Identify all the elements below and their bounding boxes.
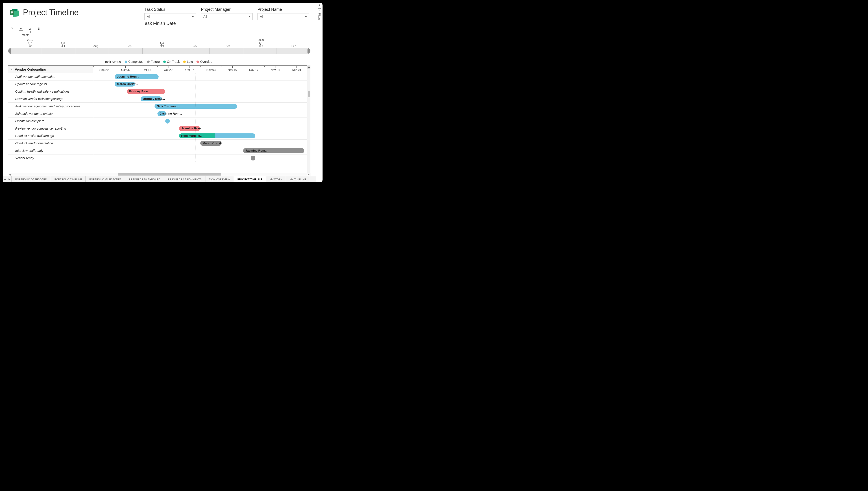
gantt-bar[interactable]: Jasmine Rom... — [179, 126, 200, 131]
page-title: Project Timeline — [23, 8, 79, 17]
gantt-bar-row: Brittney Beac... — [93, 88, 307, 95]
gantt-bar[interactable]: Marco Christ... — [200, 141, 222, 146]
gantt-bar[interactable]: Marco Christ... — [115, 82, 135, 87]
gantt-bar-row: Jasmine Rom... — [93, 73, 307, 81]
slicer-dropdown[interactable]: All — [144, 13, 196, 20]
task-row[interactable]: Schedule vendor orientation — [8, 110, 93, 117]
gantt-bar[interactable]: Rosemarie M... — [179, 134, 255, 138]
gantt-bar[interactable] — [251, 155, 255, 161]
legend-item-completed[interactable]: Completed — [125, 60, 144, 63]
slicer-dropdown[interactable]: All — [257, 13, 309, 20]
gantt-bar[interactable]: Jasmine Rom... — [243, 148, 304, 153]
gantt-bar-row: Marco Christ... — [93, 140, 307, 147]
task-row[interactable]: Audit vendor staff orientation — [8, 73, 93, 81]
range-handle-left[interactable] — [8, 48, 11, 54]
legend-item-future[interactable]: Future — [147, 60, 160, 63]
granularity-option-d[interactable]: D — [37, 27, 41, 31]
time-granularity-selector[interactable]: YMWD Month — [10, 27, 41, 36]
gantt-bar-row: Nick Trudeau,... — [93, 103, 307, 110]
gantt-bar-row: Jasmine Rom... — [93, 147, 307, 154]
gantt-bar[interactable]: Jasmine Rom... — [158, 111, 166, 116]
task-row[interactable]: Interview staff ready — [8, 147, 93, 154]
tab-my-work[interactable]: MY WORK — [266, 176, 286, 182]
tab-resource-assignments[interactable]: RESOURCE ASSIGNMENTS — [164, 176, 205, 182]
collapse-icon[interactable] — [10, 68, 13, 71]
tab-portfolio-dashboard[interactable]: PORTFOLIO DASHBOARD — [12, 176, 51, 182]
slicer-task-status: Task Status All — [144, 7, 196, 20]
granularity-option-w[interactable]: W — [28, 27, 32, 31]
gantt-bar-row: Brittney Beac... — [93, 95, 307, 103]
task-row[interactable]: Review vendor compliance reporting — [8, 125, 93, 132]
gantt-bar[interactable]: Brittney Beac... — [127, 89, 166, 94]
granularity-option-m[interactable]: M — [19, 27, 23, 31]
gantt-bar[interactable]: Nick Trudeau,... — [155, 104, 237, 109]
tab-resource-dashboard[interactable]: RESOURCE DASHBOARD — [125, 176, 164, 182]
task-row[interactable]: Audit vendor equipment and safety proced… — [8, 103, 93, 110]
gantt-bar-row: Rosemarie M... — [93, 132, 307, 140]
tab-project-timeline[interactable]: PROJECT TIMELINE — [234, 176, 266, 182]
legend: Task Status CompletedFutureOn TrackLateO… — [3, 60, 316, 64]
gantt-bar-row — [93, 117, 307, 125]
legend-item-overdue[interactable]: Overdue — [196, 60, 212, 63]
range-handle-right[interactable] — [308, 48, 310, 54]
gantt-bar-row: Marco Christ... — [93, 81, 307, 88]
tab-portfolio-milestones[interactable]: PORTFOLIO MILESTONES — [86, 176, 125, 182]
expand-filters-icon[interactable] — [319, 4, 320, 6]
project-logo-icon: P — [9, 7, 20, 18]
gantt-group-header[interactable]: Vendor Onboarding — [8, 66, 93, 73]
task-row[interactable]: Orientation complete — [8, 117, 93, 125]
granularity-option-y[interactable]: Y — [10, 27, 15, 31]
chevron-down-icon — [248, 16, 251, 17]
slicer-project-name: Project Name All — [257, 7, 309, 20]
legend-item-on-track[interactable]: On Track — [163, 60, 180, 63]
chevron-down-icon — [192, 16, 194, 17]
slicer-dropdown[interactable]: All — [201, 13, 253, 20]
report-header: P Project Timeline — [9, 7, 79, 18]
time-range-scroller[interactable]: 20192020Q2Q3Q4Q1JunJulAugSepOctNovDecJan… — [8, 38, 310, 54]
tab-task-overview[interactable]: TASK OVERVIEW — [205, 176, 234, 182]
gantt-bar[interactable]: Jasmine Rom... — [115, 74, 159, 79]
task-row[interactable]: Vendor ready — [8, 154, 93, 162]
tab-nav-prev[interactable]: ◀ — [3, 176, 7, 182]
gantt-bar[interactable] — [165, 119, 170, 123]
task-row[interactable]: Confirm health and safety certifications — [8, 88, 93, 95]
legend-item-late[interactable]: Late — [183, 60, 193, 63]
tab-nav-next[interactable]: ▶ — [7, 176, 12, 182]
tab-my-timeline[interactable]: MY TIMELINE — [286, 176, 310, 182]
task-row[interactable]: Update vendor register — [8, 81, 93, 88]
task-row[interactable]: Conduct onsite walkthrough — [8, 132, 93, 140]
slicer-project-manager: Project Manager All — [201, 7, 253, 20]
tab-portfolio-timeline[interactable]: PORTFOLIO TIMELINE — [51, 176, 86, 182]
filters-panel-collapsed[interactable]: Filters — [316, 3, 323, 182]
gantt-date-header: Sep 29Oct 06Oct 13Oct 20Oct 27Nov 03Nov … — [93, 66, 307, 73]
gantt-bar[interactable]: Brittney Beac... — [141, 96, 162, 102]
chevron-down-icon — [305, 16, 307, 17]
gantt-horizontal-scrollbar[interactable]: ◀ ▶ — [8, 173, 310, 176]
gantt-bar-row: Jasmine Rom... — [93, 110, 307, 117]
gantt-bar-row: Jasmine Rom... — [93, 125, 307, 132]
task-row[interactable]: Conduct vendor orientation — [8, 140, 93, 147]
task-row[interactable]: Develop vendor welcome package — [8, 95, 93, 103]
chart-title: Task Finish Date — [3, 21, 316, 26]
gantt-bar-row — [93, 154, 307, 162]
funnel-icon — [318, 8, 321, 11]
